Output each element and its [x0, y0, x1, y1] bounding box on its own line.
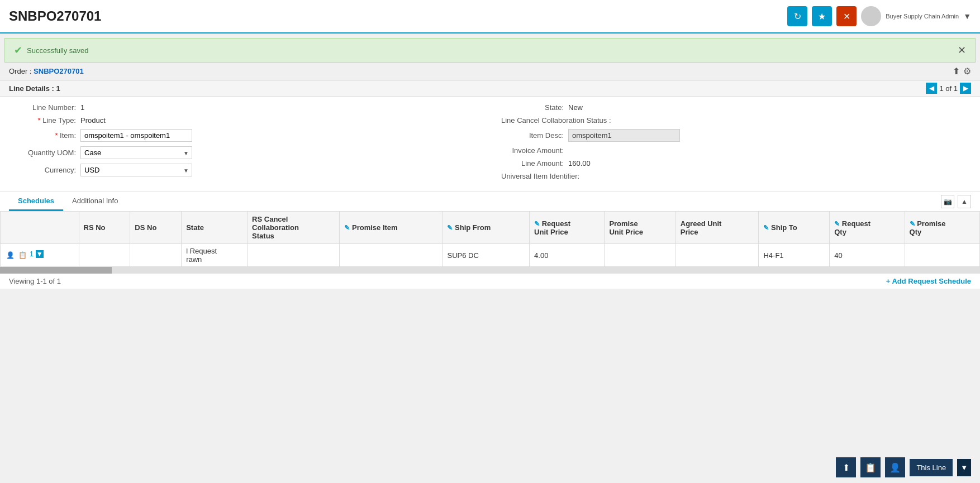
page-title: SNBPO270701 — [9, 8, 101, 24]
cell-ship-from: SUP6 DC — [443, 244, 530, 267]
tab-schedules[interactable]: Schedules — [9, 192, 63, 211]
page-info: 1 of 1 — [939, 84, 958, 93]
line-amount-label: Line Amount: — [501, 159, 568, 168]
row-actions: 👤 📋 1 ▼ — [1, 244, 79, 267]
col-promise-qty: ✎ PromiseQty — [905, 212, 979, 244]
item-desc-label: Item Desc: — [501, 131, 568, 140]
star-button[interactable]: ★ — [812, 6, 832, 26]
tab-toolbar: 📷 ▲ — [941, 195, 971, 208]
item-desc-input — [568, 129, 680, 142]
col-agreed-unit-price: Agreed UnitPrice — [675, 212, 759, 244]
collapse-button[interactable]: ▲ — [958, 195, 971, 208]
cell-state: l Requestrawn — [182, 244, 248, 267]
success-message: ✔ Successfully saved — [14, 44, 89, 56]
cell-request-qty: 40 — [830, 244, 905, 267]
row-user-icon[interactable]: 👤 — [5, 250, 15, 260]
col-promise-unit-price: PromiseUnit Price — [605, 212, 675, 244]
form-left: Line Number: 1 Line Type: Product Item: … — [13, 103, 479, 185]
order-label: Order : — [9, 67, 31, 75]
close-button[interactable]: ✕ — [836, 6, 857, 26]
line-number-row: Line Number: 1 — [13, 103, 479, 112]
line-details-header: Line Details : 1 ◀ 1 of 1 ▶ — [0, 80, 980, 97]
user-info: Buyer Supply Chain Admin — [886, 13, 959, 20]
qty-uom-select[interactable]: Case — [80, 146, 192, 159]
order-ref: Order : SNBPO270701 — [9, 67, 84, 75]
table-row: 👤 📋 1 ▼ l Requestrawn SUP6 DC 4.00 H4-F1… — [1, 244, 980, 267]
cell-agreed-unit-price — [675, 244, 759, 267]
line-amount-value: 160.00 — [568, 159, 591, 168]
tab-additional-info[interactable]: Additional Info — [63, 192, 127, 211]
banner-close-button[interactable]: ✕ — [958, 44, 966, 56]
invoice-amount-row: Invoice Amount: — [501, 146, 967, 155]
success-text: Successfully saved — [27, 46, 89, 55]
tabs: Schedules Additional Info — [9, 192, 127, 211]
row-copy-icon[interactable]: 📋 — [17, 250, 27, 260]
cell-rs-no — [79, 244, 130, 267]
edit-icon: ✎ — [534, 220, 540, 228]
add-request-schedule-link[interactable]: Add Request Schedule — [886, 277, 971, 285]
qty-uom-select-wrapper: Case — [80, 146, 192, 159]
state-value: New — [568, 103, 583, 112]
universal-label: Universal Item Identifier: — [501, 172, 584, 180]
cell-ship-to: H4-F1 — [759, 244, 830, 267]
header-right: ↻ ★ ✕ Buyer Supply Chain Admin ▼ — [787, 6, 971, 26]
currency-select[interactable]: USD — [80, 164, 192, 176]
item-label: Item: — [13, 131, 80, 140]
table-footer: Viewing 1-1 of 1 Add Request Schedule — [0, 274, 980, 289]
cell-promise-unit-price — [605, 244, 675, 267]
col-ds-no: DS No — [130, 212, 182, 244]
item-row: Item: — [13, 129, 479, 142]
edit-icon: ✎ — [447, 224, 453, 232]
camera-button[interactable]: 📷 — [941, 195, 954, 208]
invoice-amount-label: Invoice Amount: — [501, 146, 568, 155]
col-state: State — [182, 212, 248, 244]
row-icon-group: 👤 📋 1 ▼ — [5, 250, 74, 260]
viewing-text: Viewing 1-1 of 1 — [9, 277, 61, 285]
universal-row: Universal Item Identifier: — [501, 172, 967, 180]
avatar — [861, 6, 881, 26]
table-container: RS No DS No State RS CancelCollaboration… — [0, 211, 980, 274]
pagination: ◀ 1 of 1 ▶ — [926, 83, 971, 94]
table-header-row: RS No DS No State RS CancelCollaboration… — [1, 212, 980, 244]
item-input[interactable] — [80, 129, 192, 142]
prev-page-button[interactable]: ◀ — [926, 83, 937, 94]
line-type-label: Line Type: — [13, 116, 80, 125]
col-promise-item: ✎ Promise Item — [340, 212, 443, 244]
user-name: Buyer Supply Chain Admin — [886, 13, 959, 20]
line-cancel-row: Line Cancel Collaboration Status : — [501, 116, 967, 125]
cell-promise-item — [340, 244, 443, 267]
qty-uom-row: Quantity UOM: Case — [13, 146, 479, 159]
user-dropdown[interactable]: Buyer Supply Chain Admin ▼ — [861, 6, 971, 26]
state-row: State: New — [501, 103, 967, 112]
schedules-table: RS No DS No State RS CancelCollaboration… — [0, 211, 980, 267]
item-desc-row: Item Desc: — [501, 129, 967, 142]
refresh-button[interactable]: ↻ — [787, 6, 807, 26]
horizontal-scrollbar-thumb[interactable] — [0, 267, 112, 274]
col-request-unit-price: ✎ RequestUnit Price — [530, 212, 605, 244]
edit-icon: ✎ — [763, 224, 769, 232]
edit-icon: ✎ — [344, 224, 350, 232]
order-link[interactable]: SNBPO270701 — [34, 67, 84, 75]
line-type-row: Line Type: Product — [13, 116, 479, 125]
qty-uom-label: Quantity UOM: — [13, 149, 80, 157]
form-right: State: New Line Cancel Collaboration Sta… — [501, 103, 967, 185]
cell-request-unit-price: 4.00 — [530, 244, 605, 267]
export-button[interactable]: ⬆ — [953, 66, 960, 76]
row-number: 1 — [30, 250, 34, 260]
col-ship-from: ✎ Ship From — [443, 212, 530, 244]
currency-label: Currency: — [13, 166, 80, 174]
horizontal-scrollbar[interactable] — [0, 267, 980, 274]
col-ship-to: ✎ Ship To — [759, 212, 830, 244]
row-dropdown-icon[interactable]: ▼ — [36, 250, 44, 258]
order-toolbar: ⬆ ⚙ — [953, 66, 971, 76]
settings-button[interactable]: ⚙ — [963, 66, 971, 76]
line-number-value: 1 — [80, 103, 84, 112]
line-cancel-label: Line Cancel Collaboration Status : — [501, 116, 616, 125]
edit-icon: ✎ — [834, 220, 840, 228]
form-area: Line Number: 1 Line Type: Product Item: … — [0, 97, 980, 192]
next-page-button[interactable]: ▶ — [960, 83, 971, 94]
check-icon: ✔ — [14, 44, 22, 56]
order-line: Order : SNBPO270701 ⬆ ⚙ — [0, 63, 980, 80]
col-request-qty: ✎ RequestQty — [830, 212, 905, 244]
state-label: State: — [501, 103, 568, 112]
